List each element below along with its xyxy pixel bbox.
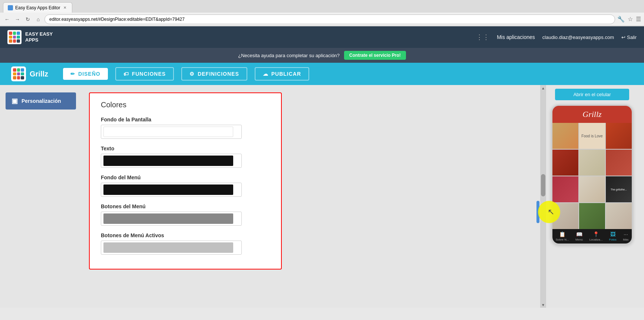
phone-grid: Food is Love The grillzthe...: [552, 123, 632, 229]
brand-dot: [21, 68, 24, 72]
color-field-fondo-pantalla: Fondo de la Pantalla: [101, 117, 270, 139]
fondo-pantalla-swatch[interactable]: [103, 127, 233, 137]
mas-label: Más: [623, 238, 628, 241]
tab-definiciones[interactable]: ⚙ DEFINICIONES: [181, 67, 247, 81]
brand-dot: [17, 76, 20, 79]
texto-swatch[interactable]: [103, 156, 233, 166]
diseno-label: DISEÑO: [78, 71, 100, 77]
phone-cell-6: [606, 150, 632, 176]
phone-cell-2: Food is Love: [579, 123, 605, 149]
localiza-icon: 📍: [593, 231, 599, 237]
forward-button[interactable]: →: [13, 15, 22, 23]
home-button[interactable]: ⌂: [34, 15, 42, 23]
texto-input[interactable]: [101, 154, 242, 168]
botones-menu-swatch[interactable]: [103, 213, 233, 224]
scrollbar-up-arrow[interactable]: ▲: [541, 85, 545, 91]
cursor-indicator: ↖: [536, 201, 560, 223]
brand-dot: [17, 68, 20, 72]
logout-label: Salir: [627, 35, 637, 40]
app-brand: Grillz: [11, 66, 48, 81]
phone-cell-3: [606, 123, 632, 149]
logo-dot: [13, 32, 16, 35]
tab-funciones[interactable]: 🏷 FUNCIONES: [115, 67, 174, 81]
phone-header: Grillz: [552, 106, 632, 123]
right-panel: ▲ ▼ ↖ Abrir en el celular Grillz Food is…: [540, 85, 644, 308]
definiciones-label: DEFINICIONES: [198, 71, 239, 77]
diseno-icon: ✏: [70, 71, 75, 77]
phone-bottom-bar: 📋 Sobre N... 📖 Menú 📍 Localiza... 🖼 Foto…: [552, 229, 632, 244]
botones-activos-swatch[interactable]: [103, 242, 233, 253]
sidebar-item-label: Personalización: [22, 98, 61, 104]
phone-nav-fotos[interactable]: 🖼 Fotos: [609, 231, 617, 241]
botones-menu-input[interactable]: [101, 212, 242, 226]
publicar-icon: ☁: [263, 71, 268, 77]
tab-diseno[interactable]: ✏ DISEÑO: [63, 68, 108, 80]
bookmark-icon[interactable]: ☆: [628, 16, 633, 23]
phone-cell-8: [579, 176, 605, 202]
definiciones-icon: ⚙: [189, 71, 195, 77]
colors-card: Colores Fondo de la Pantalla Texto Fondo…: [89, 92, 282, 270]
mis-aplicaciones-link[interactable]: Mis aplicaciones: [497, 34, 535, 40]
cursor-arrow-icon: ↖: [548, 207, 554, 217]
logo-dot: [9, 36, 12, 39]
logo-icon: [7, 30, 22, 44]
botones-activos-input[interactable]: [101, 241, 242, 255]
colors-title: Colores: [101, 101, 270, 109]
brand-name: Grillz: [30, 70, 48, 78]
phone-nav-sobre[interactable]: 📋 Sobre N...: [556, 231, 569, 241]
promo-text: ¿Necesita ayuda para completar su aplica…: [238, 53, 340, 58]
scrollbar-track[interactable]: ▲ ▼: [540, 85, 546, 308]
logo-text: EASY EASY APPS: [25, 31, 53, 43]
funciones-icon: 🏷: [123, 71, 129, 77]
browser-tab[interactable]: Easy Easy Apps Editor ✕: [3, 2, 72, 13]
fotos-icon: 🖼: [610, 231, 615, 237]
tab-publicar[interactable]: ☁ PUBLICAR: [255, 67, 309, 81]
phone-cell-12: [606, 203, 632, 229]
fondo-menu-swatch[interactable]: [103, 185, 233, 195]
sidebar-item-personalizacion[interactable]: ▣ Personalización: [6, 92, 76, 110]
center-panel: Colores Fondo de la Pantalla Texto Fondo…: [82, 85, 540, 308]
fondo-menu-input[interactable]: [101, 183, 242, 197]
fotos-label: Fotos: [609, 238, 617, 241]
color-field-fondo-menu: Fondo del Menú: [101, 174, 270, 197]
phone-cell-4: [552, 150, 578, 176]
texto-label: Texto: [101, 146, 270, 151]
phone-nav-mas[interactable]: ··· Más: [623, 231, 628, 241]
phone-nav-menu[interactable]: 📖 Menú: [575, 231, 583, 241]
scrollbar-thumb[interactable]: [541, 174, 545, 196]
fondo-menu-label: Fondo del Menú: [101, 174, 270, 180]
phone-mockup: Grillz Food is Love The grillzthe...: [551, 105, 633, 245]
logout-icon: ↩: [621, 35, 625, 40]
mas-icon: ···: [624, 231, 628, 237]
tab-close-button[interactable]: ✕: [62, 5, 67, 10]
back-button[interactable]: ←: [3, 15, 11, 23]
color-field-botones-activos: Botones de Menú Activos: [101, 232, 270, 255]
browser-icons: 🔧 ☆ ☰: [617, 16, 641, 23]
fondo-pantalla-input[interactable]: [101, 125, 242, 139]
brand-dot: [13, 68, 16, 72]
yellow-highlight: ↖: [538, 201, 560, 223]
app-brand-icon: [11, 66, 26, 81]
logo-dot: [9, 32, 12, 35]
menu-icon[interactable]: ☰: [636, 16, 641, 23]
promo-button[interactable]: Contrate el servicio Pro!: [344, 51, 406, 60]
logo-dot: [17, 36, 20, 39]
address-input[interactable]: [44, 14, 615, 24]
open-phone-button[interactable]: Abrir en el celular: [555, 89, 629, 100]
logout-button[interactable]: ↩ Salir: [621, 35, 637, 40]
apps-grid-icon[interactable]: ⋮⋮: [476, 33, 489, 41]
menu-label: Menú: [575, 238, 583, 241]
phone-cell-1: [552, 123, 578, 149]
phone-cell-5: [579, 150, 605, 176]
food-is-love-text: Food is Love: [581, 134, 602, 138]
phone-cell-11: [579, 203, 605, 229]
grillz-text: The grillzthe...: [610, 187, 628, 192]
refresh-button[interactable]: ↻: [24, 15, 32, 23]
phone-nav-localiza[interactable]: 📍 Localiza...: [589, 231, 602, 241]
personalizacion-icon: ▣: [11, 97, 18, 105]
logo-dot: [13, 36, 16, 39]
extensions-icon[interactable]: 🔧: [617, 16, 625, 23]
promo-bar: ¿Necesita ayuda para completar su aplica…: [0, 48, 644, 63]
color-field-botones-menu: Botones del Menú: [101, 203, 270, 226]
scrollbar-down-arrow[interactable]: ▼: [541, 302, 545, 308]
